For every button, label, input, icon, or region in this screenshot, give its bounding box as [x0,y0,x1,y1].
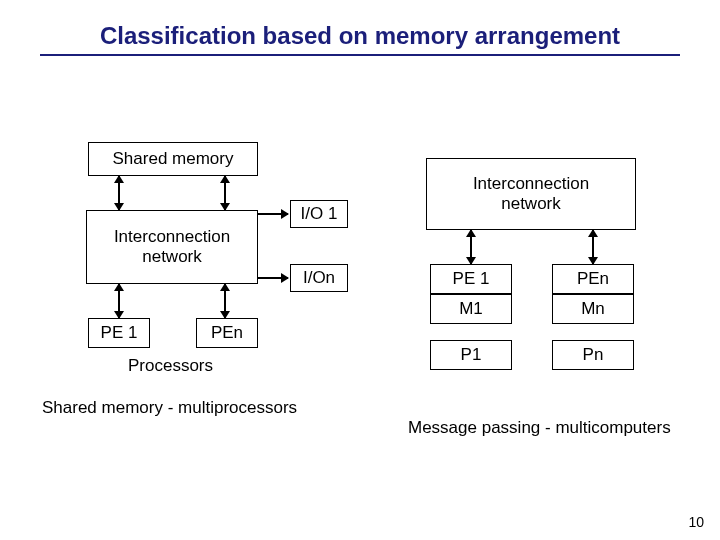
left-pen-label: PEn [211,323,243,343]
arrow-mem-to-net-left [118,176,120,210]
io1-box: I/O 1 [290,200,348,228]
p1-label: P1 [461,345,482,365]
page-number: 10 [688,514,704,530]
left-pe1-label: PE 1 [101,323,138,343]
ion-label: I/On [303,268,335,288]
mn-label: Mn [581,299,605,319]
io1-label: I/O 1 [301,204,338,224]
left-pe1-box: PE 1 [88,318,150,348]
slide: Classification based on memory arrangeme… [0,0,720,540]
right-pen-box: PEn [552,264,634,294]
arrow-net-to-pe1 [118,284,120,318]
mn-box: Mn [552,294,634,324]
m1-box: M1 [430,294,512,324]
left-caption: Shared memory - multiprocessors [42,398,297,418]
arrow-net-to-pen [224,284,226,318]
arrow-mem-to-net-right [224,176,226,210]
slide-title: Classification based on memory arrangeme… [40,22,680,56]
right-caption: Message passing - multicomputers [408,418,671,438]
left-interconnection-label: Interconnection network [114,227,230,267]
pn-box: Pn [552,340,634,370]
right-pe1-label: PE 1 [453,269,490,289]
ion-box: I/On [290,264,348,292]
left-interconnection-box: Interconnection network [86,210,258,284]
pn-label: Pn [583,345,604,365]
shared-memory-label: Shared memory [113,149,234,169]
right-interconnection-box: Interconnection network [426,158,636,230]
shared-memory-box: Shared memory [88,142,258,176]
right-interconnection-label: Interconnection network [473,174,589,214]
m1-label: M1 [459,299,483,319]
arrow-to-io1 [258,213,288,215]
right-pe1-box: PE 1 [430,264,512,294]
arrow-to-ion [258,277,288,279]
processors-label: Processors [128,356,213,376]
left-pen-box: PEn [196,318,258,348]
right-pen-label: PEn [577,269,609,289]
right-arrow-net-pe1 [470,230,472,264]
p1-box: P1 [430,340,512,370]
right-arrow-net-pen [592,230,594,264]
